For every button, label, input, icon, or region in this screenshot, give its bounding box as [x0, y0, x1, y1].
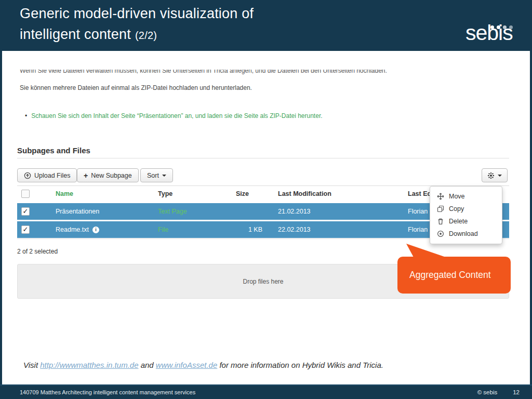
column-header-last-modification[interactable]: Last Modification	[278, 190, 331, 197]
upload-files-button[interactable]: Upload Files	[17, 168, 77, 182]
dropzone-label: Drop files here	[243, 278, 283, 285]
trash-icon	[437, 218, 444, 225]
download-icon	[437, 230, 444, 237]
file-name[interactable]: Readme.txti	[56, 221, 99, 238]
visit-note: Visit http://wwwmatthes.in.tum.de and ww…	[23, 361, 383, 369]
page-title-line1: Generic model-driven visualization of	[20, 6, 254, 22]
slide-header: Generic model-driven visualization of in…	[0, 0, 532, 51]
file-last-modification: 22.02.2013	[278, 221, 311, 238]
aggregated-content-callout: Aggregated Content	[397, 257, 511, 294]
file-size: 1 KB	[220, 221, 262, 238]
task-bullet-text: Schauen Sie sich den Inhalt der Seite “P…	[31, 112, 322, 119]
sebis-logo-dots-icon	[490, 25, 527, 30]
file-last-editor: Florian	[408, 221, 428, 238]
callout-tail	[402, 243, 451, 258]
section-title: Subpages and Files	[17, 146, 90, 155]
file-type: File	[158, 221, 168, 238]
menu-item-move[interactable]: Move	[430, 190, 502, 203]
callout-label: Aggregated Content	[397, 270, 491, 281]
actions-dropdown-menu: Move Copy Delete Download	[430, 186, 502, 244]
footer-copyright: © sebis	[477, 389, 498, 395]
infoasset-link[interactable]: www.infoAsset.de	[156, 361, 217, 369]
section-divider	[17, 158, 509, 158]
file-type: Text Page	[158, 203, 187, 220]
slide-footer: 140709 Matthes Architecting intelligent …	[0, 384, 532, 399]
intro-paragraph-clipped: Wenn Sie viele Dateien verwalten müssen,…	[20, 70, 498, 77]
move-icon	[437, 193, 444, 200]
matthes-link[interactable]: http://wwwmatthes.in.tum.de	[40, 361, 138, 369]
row-checkbox[interactable]: ✓	[21, 207, 30, 216]
sebis-logo: sebis	[466, 21, 513, 45]
sort-button[interactable]: Sort	[140, 168, 173, 182]
intro-paragraph: Sie können mehrere Dateien auf einmal al…	[20, 84, 252, 91]
menu-item-copy[interactable]: Copy	[430, 203, 502, 215]
column-header-type[interactable]: Type	[158, 190, 172, 197]
page-title-indicator: (2/2)	[135, 30, 157, 41]
column-header-name[interactable]: Name	[56, 190, 73, 197]
file-last-modification: 21.02.2013	[278, 203, 311, 220]
upload-icon	[24, 172, 31, 179]
page-title-line2-text: intelligent content	[20, 26, 131, 42]
select-all-checkbox[interactable]	[21, 190, 30, 198]
chevron-down-icon	[498, 175, 502, 177]
gear-icon	[487, 172, 495, 179]
new-subpage-button[interactable]: + New Subpage	[77, 168, 139, 182]
page-title-line2: intelligent content(2/2)	[20, 26, 157, 43]
selection-status: 2 of 2 selected	[17, 248, 58, 255]
info-icon[interactable]: i	[92, 227, 99, 233]
row-checkbox[interactable]: ✓	[21, 225, 30, 234]
menu-item-download[interactable]: Download	[430, 228, 502, 240]
plus-icon: +	[84, 171, 88, 180]
screenshot-area: Wenn Sie viele Dateien verwalten müssen,…	[2, 51, 530, 384]
bullet-icon: •	[25, 112, 27, 119]
copy-icon	[437, 205, 444, 212]
actions-gear-button[interactable]	[482, 168, 508, 182]
chevron-down-icon	[162, 175, 166, 177]
file-last-editor: Florian	[408, 203, 428, 220]
slide: Generic model-driven visualization of in…	[0, 0, 532, 399]
menu-item-delete[interactable]: Delete	[430, 215, 502, 228]
footer-presentation-title: 140709 Matthes Architecting intelligent …	[20, 389, 195, 395]
footer-page-number: 12	[513, 389, 520, 395]
column-header-size[interactable]: Size	[236, 190, 249, 197]
file-name[interactable]: Präsentationen	[56, 203, 99, 220]
task-bullet: •Schauen Sie sich den Inhalt der Seite “…	[25, 112, 323, 119]
